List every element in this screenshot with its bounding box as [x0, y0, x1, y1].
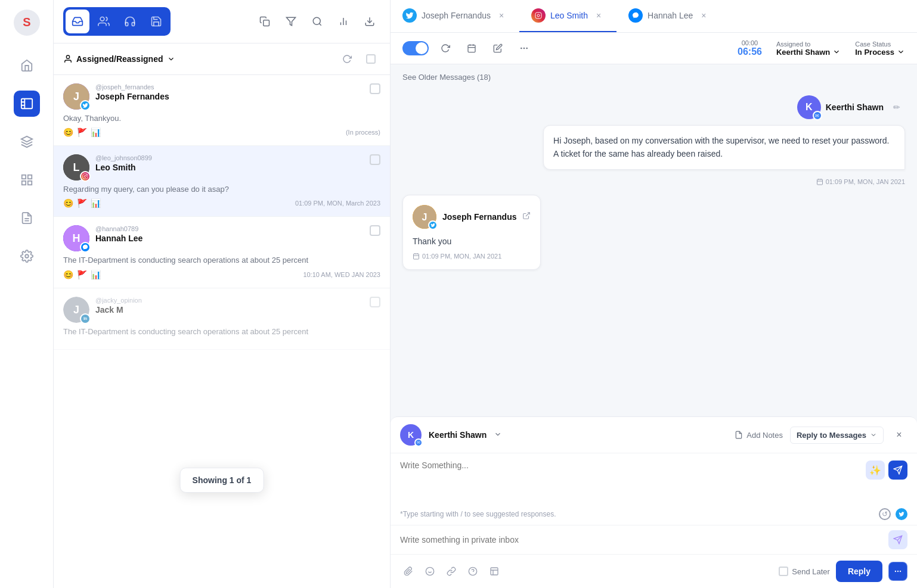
tab-close-hannah[interactable]: × [698, 10, 710, 21]
customer-platform-badge [428, 220, 438, 230]
agent-name: Keerthi Shawn [826, 102, 884, 112]
select-all-action[interactable] [361, 49, 380, 69]
reply-agent-avatar: K ✉ [400, 424, 422, 446]
sidebar-item-inbox[interactable] [14, 91, 40, 117]
conv-info-jack: @jacky_opinion Jack M [95, 297, 380, 315]
send-later-checkbox[interactable] [779, 567, 788, 576]
analytics-action[interactable] [333, 11, 354, 32]
sidebar-item-layers[interactable] [14, 129, 40, 155]
conv-message-jack: The IT-Department is conducting search o… [63, 326, 380, 337]
svg-rect-25 [83, 174, 88, 179]
reply-hint-right: ↺ [879, 508, 907, 520]
filter-action[interactable] [280, 11, 302, 32]
conv-checkbox-hannah[interactable] [370, 225, 380, 236]
reply-more-button[interactable] [888, 562, 907, 581]
flag-icon-hannah[interactable]: 🚩 [77, 270, 87, 279]
edit-action[interactable] [488, 39, 507, 58]
tab-team[interactable] [92, 10, 116, 33]
tab-label-leo: Leo Smith [550, 11, 588, 20]
reply-dropdown[interactable] [494, 430, 502, 440]
conv-checkbox-joseph[interactable] [370, 83, 380, 94]
tab-inbox[interactable] [66, 10, 89, 33]
customer-msg-header: J Joseph Fernandus [413, 205, 531, 229]
conv-item-hannah[interactable]: H @hannah0789 Hannah Lee The IT-Departme… [54, 217, 390, 288]
edit-msg-icon[interactable]: ✏ [888, 99, 905, 116]
flag-icon-leo[interactable]: 🚩 [77, 198, 87, 208]
reply-ai-icons: ✨ [866, 461, 907, 480]
emoji-icon[interactable]: 😊 [63, 127, 73, 137]
refresh-chat-action[interactable] [436, 39, 455, 58]
sidebar-item-settings[interactable] [14, 243, 40, 269]
agent-message-bubble: Hi Joseph, based on my conversation with… [543, 125, 905, 170]
platform-badge-twitter [80, 100, 91, 111]
conv-item-jack[interactable]: J in @jacky_opinion Jack M The IT-Depart… [54, 288, 390, 350]
tab-close-leo[interactable]: × [593, 10, 605, 21]
customer-avatar: J [413, 205, 436, 229]
private-inbox-input[interactable] [400, 535, 884, 545]
more-action[interactable] [515, 39, 534, 58]
conv-info-leo: @leo_johnson0899 Leo Smith [95, 154, 380, 172]
chart-icon-leo[interactable]: 📊 [91, 198, 101, 208]
see-older-link[interactable]: See Older Messages (18) [402, 73, 491, 82]
send-later-option[interactable]: Send Later [779, 567, 830, 576]
status-value[interactable]: In Process [855, 48, 905, 57]
svg-point-62 [897, 571, 898, 571]
copy-action[interactable] [254, 11, 275, 32]
refresh-action[interactable] [337, 49, 357, 69]
conv-username-hannah: @hannah0789 [95, 225, 380, 232]
chart-icon[interactable]: 📊 [91, 127, 101, 137]
svg-rect-12 [264, 20, 269, 26]
attachment-icon[interactable] [400, 563, 417, 580]
calendar-action[interactable] [462, 39, 481, 58]
reply-input[interactable] [400, 461, 907, 496]
conv-checkbox-leo[interactable] [370, 154, 380, 165]
ai-send-icon[interactable] [888, 461, 907, 480]
logo: S [14, 10, 40, 36]
filter-label[interactable]: Assigned/Reassigned [63, 54, 333, 64]
chart-icon-hannah[interactable]: 📊 [91, 270, 101, 279]
sidebar-item-grid[interactable] [14, 167, 40, 193]
tab-calls[interactable] [118, 10, 142, 33]
conv-checkbox-jack[interactable] [370, 297, 380, 307]
emoji-icon-leo[interactable]: 😊 [63, 198, 73, 208]
tab-joseph[interactable]: Joseph Fernandus × [391, 0, 519, 32]
reply-agent-name[interactable]: Keerthi Shawn [429, 430, 487, 440]
emoji-icon-hannah[interactable]: 😊 [63, 270, 73, 279]
flag-icon[interactable]: 🚩 [77, 127, 87, 137]
assigned-value[interactable]: Keerthi Shawn [776, 48, 841, 57]
reply-to-messages-button[interactable]: Reply to Messages [790, 427, 884, 444]
tab-close-joseph[interactable]: × [495, 10, 507, 21]
sidebar-item-home[interactable] [14, 52, 40, 79]
reply-button[interactable]: Reply [836, 561, 882, 582]
tab-leo[interactable]: Leo Smith × [519, 0, 617, 32]
add-notes-button[interactable]: Add Notes [735, 431, 783, 440]
emoji-picker-icon[interactable] [422, 563, 438, 580]
tab-saved[interactable] [144, 10, 168, 33]
template-icon[interactable] [486, 563, 503, 580]
tab-hannah[interactable]: Hannah Lee × [617, 0, 721, 32]
conv-icons-joseph: 😊 🚩 📊 [63, 127, 101, 137]
conv-item-leo[interactable]: L @leo_johnson0899 Leo Smith Regarding m… [54, 146, 390, 217]
sidebar-item-reports[interactable] [14, 205, 40, 231]
sidebar: S [0, 0, 54, 588]
reply-header: K ✉ Keerthi Shawn Add Notes Reply to Mes… [391, 417, 917, 453]
see-older: See Older Messages (18) [391, 64, 917, 89]
svg-line-47 [526, 213, 529, 216]
external-link-icon[interactable] [522, 211, 531, 222]
svg-rect-6 [21, 181, 25, 185]
link-icon[interactable] [443, 563, 460, 580]
svg-point-39 [526, 48, 527, 48]
svg-point-38 [523, 48, 524, 48]
download-action[interactable] [359, 11, 380, 32]
help-icon[interactable] [464, 563, 481, 580]
reply-footer-icons [400, 563, 503, 580]
search-action[interactable] [306, 11, 328, 32]
reply-close-button[interactable]: × [891, 427, 907, 443]
private-send-icon[interactable] [888, 530, 907, 549]
conv-item-joseph[interactable]: J @jospeh_fernandes Joseph Fernandes Oka… [54, 75, 390, 146]
status-toggle[interactable] [402, 41, 429, 55]
customer-message-text: Thank you [413, 235, 531, 248]
ai-magic-icon[interactable]: ✨ [866, 461, 885, 480]
refresh-icon[interactable]: ↺ [879, 508, 891, 520]
svg-text:H: H [73, 232, 80, 244]
